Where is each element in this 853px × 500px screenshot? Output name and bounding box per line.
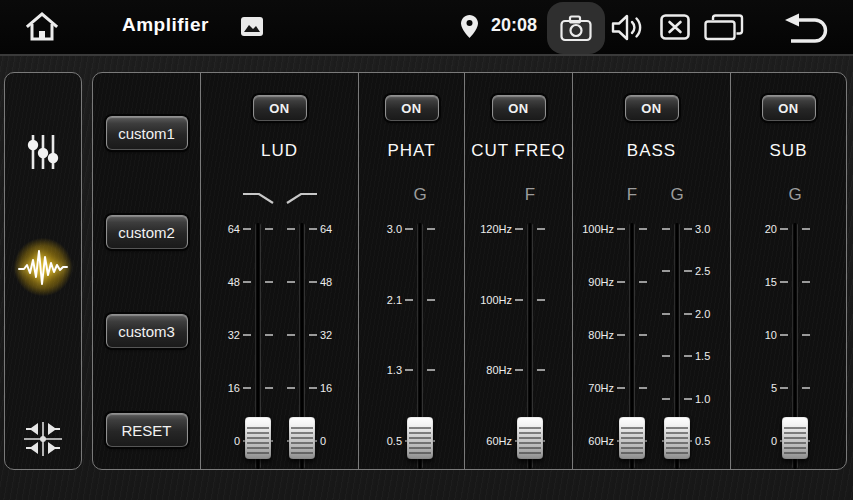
clock: 20:08 [491,15,537,36]
tick-mark [802,281,810,283]
bass-slider-1-knob[interactable] [619,417,645,459]
sub-channel: ONSUBG20151050 [730,73,846,469]
bass-slider-2-label: G [657,185,697,205]
home-icon [24,10,60,44]
tick-mark [515,299,523,301]
phat-slider-1-label: G [400,185,440,205]
bass-slider-1-tick-label: 70Hz [562,380,614,396]
channels: ONLUD644832160644832160ONPHATG3.02.11.30… [200,73,846,469]
tick-mark [617,228,625,230]
tick-mark [309,387,317,389]
tick-mark [684,228,692,230]
volume-icon [611,13,643,42]
cut-freq-slider-1-tick-label: 80Hz [460,362,512,378]
tick-mark [802,334,810,336]
tick-mark [265,228,273,230]
location-icon [461,15,478,38]
tick-mark [287,281,295,283]
tick-mark [639,228,647,230]
tick-mark [684,398,692,400]
amplifier-panel: custom1 custom2 custom3 RESET ONLUD64483… [92,72,847,470]
tick-mark [780,334,788,336]
tick-mark [780,387,788,389]
phat-title: PHAT [359,141,464,161]
recent-apps-button[interactable] [703,13,745,42]
sub-slider-1-knob[interactable] [782,417,808,459]
custom3-button[interactable]: custom3 [106,314,188,348]
tick-mark [265,387,273,389]
tick-mark [243,228,251,230]
reset-button[interactable]: RESET [106,413,188,447]
tick-mark [662,355,670,357]
speaker-balance-icon [22,418,64,460]
close-app-button[interactable] [660,14,690,40]
phat-slider-1-tick-label: 1.3 [350,362,402,378]
tick-mark [662,313,670,315]
tick-mark [427,369,435,371]
cut-freq-slider-1-label: F [510,185,550,205]
tick-mark [684,270,692,272]
tick-mark [802,228,810,230]
sub-on-button[interactable]: ON [762,95,816,121]
tick-mark [405,369,413,371]
tick-mark [287,228,295,230]
phat-slider-1-tick-label: 0.5 [350,433,402,449]
lud-on-button[interactable]: ON [253,95,307,121]
bass-slider-1-tick-label: 100Hz [562,221,614,237]
lud-slider-1-tick-label: 0 [188,433,240,449]
cut-freq-slider-1-knob[interactable] [517,417,543,459]
tick-mark [309,228,317,230]
tick-mark [405,299,413,301]
cut-freq-on-button[interactable]: ON [492,95,546,121]
tick-mark [265,334,273,336]
home-button[interactable] [24,10,60,44]
volume-button[interactable] [611,13,643,42]
lud-channel: ONLUD644832160644832160 [200,73,358,469]
location-button[interactable] [461,15,478,38]
lud-slider-1-tick-label: 32 [188,327,240,343]
phat-slider-1-knob[interactable] [407,417,433,459]
lud-slider-1-tick-label: 16 [188,380,240,396]
sidebar-item-speaker-balance[interactable] [18,414,68,464]
tick-mark [684,355,692,357]
tick-mark [537,228,545,230]
sidebar [4,72,82,470]
status-bar: Amplifier 20:08 [0,0,853,56]
bass-slider-2-knob[interactable] [664,417,690,459]
phat-on-button[interactable]: ON [385,95,439,121]
screenshot-button[interactable] [547,2,605,54]
tick-mark [537,299,545,301]
gallery-icon [241,17,263,36]
amplifier-screen: Amplifier 20:08 [0,0,853,500]
lud-slider-2-knob[interactable] [289,417,315,459]
shelf-down-curve-icon [241,190,275,206]
tick-mark [309,334,317,336]
tick-mark [639,281,647,283]
tick-mark [427,299,435,301]
tick-mark [662,228,670,230]
sub-slider-1-tick-label: 5 [725,380,777,396]
sub-slider-1-tick-label: 10 [725,327,777,343]
bass-channel: ONBASSF100Hz90Hz80Hz70Hz60HzG3.02.52.01.… [572,73,730,469]
tick-mark [515,369,523,371]
bass-title: BASS [573,141,730,161]
tick-mark [287,334,295,336]
sound-effects-wave-icon [18,247,68,287]
sidebar-item-equalizer[interactable] [18,127,68,177]
page-title: Amplifier [122,14,209,36]
cut-freq-slider-1-tick-label: 100Hz [460,292,512,308]
phat-slider-1-tick-label: 2.1 [350,292,402,308]
tick-mark [617,281,625,283]
equalizer-sliders-icon [26,134,60,170]
gallery-button[interactable] [241,17,263,36]
sidebar-item-sound-effects[interactable] [18,242,68,292]
lud-slider-1-knob[interactable] [245,417,271,459]
bass-on-button[interactable]: ON [625,95,679,121]
custom2-button[interactable]: custom2 [106,215,188,249]
back-button[interactable] [784,13,830,43]
shelf-up-curve-icon [285,190,319,206]
bass-slider-1-label: F [612,185,652,205]
tick-mark [662,270,670,272]
tick-mark [639,387,647,389]
custom1-button[interactable]: custom1 [106,116,188,150]
